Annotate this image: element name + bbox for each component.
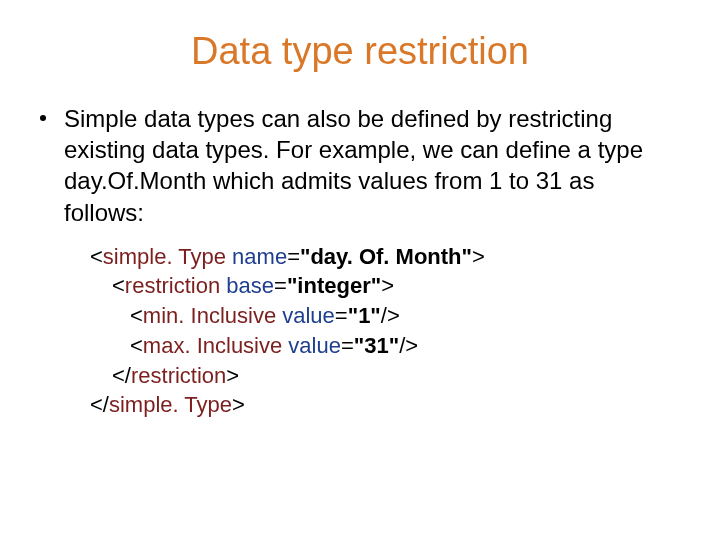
xml-tag: restriction bbox=[131, 363, 226, 388]
xml-value: "integer" bbox=[287, 273, 381, 298]
code-line-3: <min. Inclusive value="1"/> bbox=[90, 301, 680, 331]
angle-close: /> bbox=[399, 333, 418, 358]
code-line-1: <simple. Type name="day. Of. Month"> bbox=[90, 242, 680, 272]
slide-title: Data type restriction bbox=[40, 30, 680, 73]
angle-close: > bbox=[381, 273, 394, 298]
equals: = bbox=[341, 333, 354, 358]
code-line-4: <max. Inclusive value="31"/> bbox=[90, 331, 680, 361]
bullet-text-part1: Simple data types can also be defined by… bbox=[64, 105, 643, 163]
xml-tag: min. Inclusive bbox=[143, 303, 282, 328]
equals: = bbox=[335, 303, 348, 328]
xml-value: "31" bbox=[354, 333, 399, 358]
code-line-5: </restriction> bbox=[90, 361, 680, 391]
xml-value: "1" bbox=[348, 303, 381, 328]
angle-close: > bbox=[226, 363, 239, 388]
code-line-2: <restriction base="integer"> bbox=[90, 271, 680, 301]
slide: Data type restriction Simple data types … bbox=[0, 0, 720, 540]
xml-attr: base bbox=[226, 273, 274, 298]
angle-close: > bbox=[232, 392, 245, 417]
xml-attr: value bbox=[288, 333, 341, 358]
angle-open: < bbox=[90, 244, 103, 269]
angle-open: < bbox=[130, 303, 143, 328]
angle-open: </ bbox=[112, 363, 131, 388]
code-block: <simple. Type name="day. Of. Month"> <re… bbox=[90, 242, 680, 420]
xml-attr: value bbox=[282, 303, 335, 328]
angle-open: < bbox=[112, 273, 125, 298]
equals: = bbox=[274, 273, 287, 298]
xml-attr: name bbox=[232, 244, 287, 269]
xml-tag: restriction bbox=[125, 273, 226, 298]
bullet-type-name: day.Of.Month bbox=[64, 167, 206, 194]
xml-tag: simple. Type bbox=[109, 392, 232, 417]
angle-open: </ bbox=[90, 392, 109, 417]
code-line-6: </simple. Type> bbox=[90, 390, 680, 420]
xml-value: "day. Of. Month" bbox=[300, 244, 472, 269]
bullet-item: Simple data types can also be defined by… bbox=[40, 103, 680, 228]
equals: = bbox=[287, 244, 300, 269]
xml-tag: simple. Type bbox=[103, 244, 232, 269]
bullet-text: Simple data types can also be defined by… bbox=[64, 103, 680, 228]
angle-close: /> bbox=[381, 303, 400, 328]
xml-tag: max. Inclusive bbox=[143, 333, 289, 358]
bullet-dot-icon bbox=[40, 115, 46, 121]
angle-open: < bbox=[130, 333, 143, 358]
angle-close: > bbox=[472, 244, 485, 269]
